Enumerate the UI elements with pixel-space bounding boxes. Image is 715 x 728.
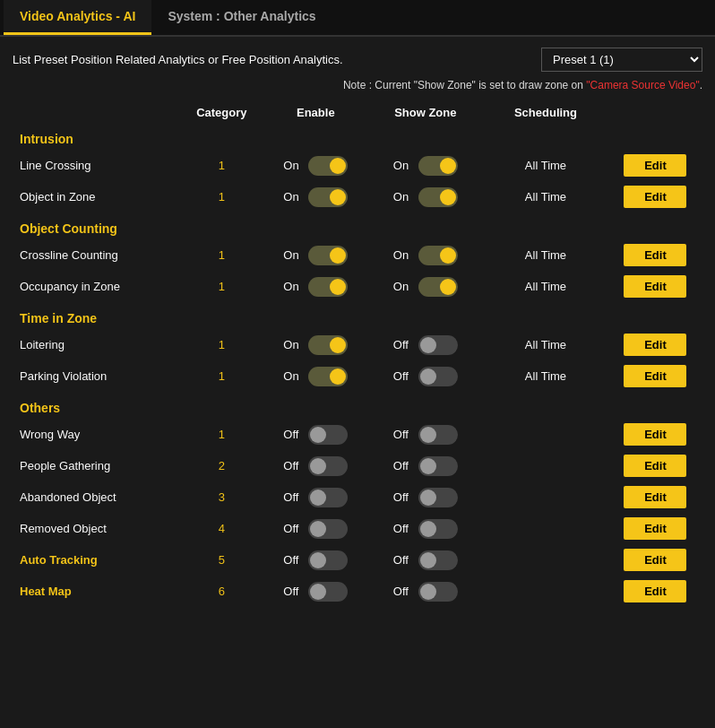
section-title: Intrusion xyxy=(13,123,702,150)
tab-ai[interactable]: Video Analytics - AI xyxy=(4,0,151,35)
showzone-cell: Off xyxy=(368,450,483,481)
feature-name: People Gathering xyxy=(13,450,180,481)
scheduling-cell: All Time xyxy=(483,271,608,302)
scheduling-cell: All Time xyxy=(483,181,608,212)
edit-cell: Edit xyxy=(608,513,702,544)
feature-name: Object in Zone xyxy=(13,181,180,212)
toggle-knob xyxy=(330,247,346,264)
table-row: Occupancy in Zone1OnOnAll TimeEdit xyxy=(13,271,702,302)
toggle-switch[interactable] xyxy=(418,156,458,176)
edit-button[interactable]: Edit xyxy=(624,365,686,387)
toggle-knob xyxy=(440,279,456,295)
toggle-knob xyxy=(310,490,326,506)
toggle-switch[interactable] xyxy=(308,335,348,355)
toggle-knob xyxy=(420,490,436,506)
toggle-knob xyxy=(440,189,456,205)
category-number: 6 xyxy=(180,576,263,607)
tab-other[interactable]: System : Other Analytics xyxy=(151,0,332,35)
toggle-switch[interactable] xyxy=(308,519,348,539)
category-number: 4 xyxy=(180,513,263,544)
enable-cell: On xyxy=(263,239,368,271)
section-title: Object Counting xyxy=(13,212,702,239)
table-row: Crossline Counting1OnOnAll TimeEdit xyxy=(13,239,702,271)
toggle-switch[interactable] xyxy=(308,187,348,207)
feature-name: Wrong Way xyxy=(13,419,180,450)
table-row: Line Crossing1OnOnAll TimeEdit xyxy=(13,150,702,181)
showzone-cell: Off xyxy=(368,329,483,360)
toggle-switch[interactable] xyxy=(308,550,348,570)
toggle-switch[interactable] xyxy=(418,367,458,386)
toggle-switch[interactable] xyxy=(418,519,458,539)
feature-name: Occupancy in Zone xyxy=(13,271,180,302)
edit-button[interactable]: Edit xyxy=(624,580,686,602)
col-header-scheduling: Scheduling xyxy=(483,102,608,123)
section-title: Others xyxy=(13,392,702,419)
toggle-knob xyxy=(420,337,436,353)
category-number: 1 xyxy=(180,419,263,450)
toggle-switch[interactable] xyxy=(418,550,458,570)
scheduling-cell xyxy=(483,544,608,576)
showzone-cell: Off xyxy=(368,481,483,513)
feature-name: Auto Tracking xyxy=(13,544,180,576)
edit-button[interactable]: Edit xyxy=(624,186,686,208)
table-header-row: Category Enable Show Zone Scheduling xyxy=(13,102,702,123)
edit-button[interactable]: Edit xyxy=(624,486,686,508)
enable-cell: On xyxy=(263,329,368,360)
edit-button[interactable]: Edit xyxy=(624,244,686,266)
toggle-knob xyxy=(420,584,436,600)
edit-button[interactable]: Edit xyxy=(624,334,686,356)
enable-cell: Off xyxy=(263,481,368,513)
edit-cell: Edit xyxy=(608,150,702,181)
edit-cell: Edit xyxy=(608,239,702,271)
section-header-object-counting: Object Counting xyxy=(13,212,702,239)
toggle-knob xyxy=(440,158,456,174)
toggle-switch[interactable] xyxy=(418,425,458,445)
toggle-switch[interactable] xyxy=(308,582,348,602)
toggle-switch[interactable] xyxy=(308,456,348,476)
toggle-switch[interactable] xyxy=(418,488,458,507)
enable-cell: On xyxy=(263,150,368,181)
showzone-cell: Off xyxy=(368,576,483,607)
note-prefix: Note : Current "Show Zone" is set to dra… xyxy=(343,79,586,91)
toggle-knob xyxy=(330,337,346,353)
edit-button[interactable]: Edit xyxy=(624,455,686,477)
analytics-table: Category Enable Show Zone Scheduling Int… xyxy=(13,102,702,607)
edit-cell: Edit xyxy=(608,576,702,607)
toggle-switch[interactable] xyxy=(308,488,348,507)
enable-cell: Off xyxy=(263,576,368,607)
col-header-edit xyxy=(608,102,702,123)
category-number: 1 xyxy=(180,360,263,392)
preset-label: List Preset Position Related Analytics o… xyxy=(13,53,541,66)
toggle-switch[interactable] xyxy=(308,277,348,297)
toggle-switch[interactable] xyxy=(308,367,348,386)
enable-cell: On xyxy=(263,360,368,392)
toggle-switch[interactable] xyxy=(418,246,458,265)
edit-button[interactable]: Edit xyxy=(624,549,686,571)
toggle-switch[interactable] xyxy=(418,456,458,476)
edit-button[interactable]: Edit xyxy=(624,275,686,298)
category-number: 1 xyxy=(180,181,263,212)
feature-name: Abandoned Object xyxy=(13,481,180,513)
table-row: Loitering1OnOffAll TimeEdit xyxy=(13,329,702,360)
edit-button[interactable]: Edit xyxy=(624,423,686,446)
table-row: Object in Zone1OnOnAll TimeEdit xyxy=(13,181,702,212)
scheduling-cell xyxy=(483,450,608,481)
toggle-switch[interactable] xyxy=(418,335,458,355)
category-number: 3 xyxy=(180,481,263,513)
edit-button[interactable]: Edit xyxy=(624,154,686,177)
toggle-switch[interactable] xyxy=(308,425,348,445)
toggle-switch[interactable] xyxy=(308,156,348,176)
scheduling-cell: All Time xyxy=(483,150,608,181)
toggle-switch[interactable] xyxy=(308,246,348,265)
col-header-name xyxy=(13,102,180,123)
edit-button[interactable]: Edit xyxy=(624,517,686,540)
table-row: Removed Object4OffOffEdit xyxy=(13,513,702,544)
toggle-switch[interactable] xyxy=(418,277,458,297)
toggle-knob xyxy=(420,552,436,568)
preset-select[interactable]: Preset 1 (1)Preset 2 (2)Preset 3 (3)Free… xyxy=(541,48,702,72)
toggle-switch[interactable] xyxy=(418,582,458,602)
feature-name: Line Crossing xyxy=(13,150,180,181)
table-row: Wrong Way1OffOffEdit xyxy=(13,419,702,450)
toggle-switch[interactable] xyxy=(418,187,458,207)
toggle-knob xyxy=(310,521,326,537)
